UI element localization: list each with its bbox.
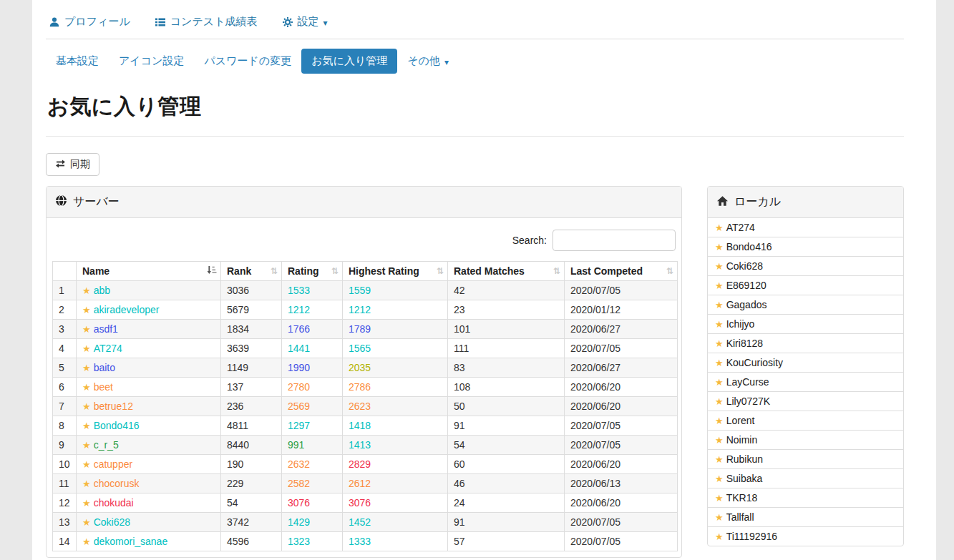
- user-link[interactable]: baito: [94, 362, 115, 373]
- tab-favorites-management[interactable]: お気に入り管理: [301, 49, 397, 74]
- user-link[interactable]: chocorusk: [94, 478, 140, 489]
- row-rated-matches: 46: [448, 474, 565, 493]
- star-icon: ★: [715, 300, 724, 310]
- row-index: 6: [53, 378, 77, 397]
- list-item[interactable]: ★Ti11192916: [708, 527, 903, 546]
- column-header-rank[interactable]: Rank ⇅: [221, 262, 282, 281]
- user-link[interactable]: chokudai: [94, 497, 134, 509]
- nav-item-settings[interactable]: 設定 ▾: [282, 15, 328, 29]
- gear-icon: [282, 16, 293, 28]
- user-link[interactable]: catupper: [94, 458, 132, 470]
- local-user-name: Ti11192916: [726, 531, 777, 542]
- row-highest-rating: 3076: [343, 493, 448, 513]
- row-index: 7: [53, 397, 77, 416]
- column-header-name[interactable]: Name: [77, 262, 221, 281]
- star-icon[interactable]: ★: [82, 343, 91, 354]
- user-link[interactable]: c_r_5: [94, 439, 119, 451]
- star-icon[interactable]: ★: [82, 382, 91, 393]
- row-rank: 4596: [221, 532, 282, 551]
- row-index: 3: [53, 320, 77, 339]
- user-link[interactable]: Bondo416: [94, 420, 140, 431]
- row-highest-rating: 1333: [343, 532, 448, 551]
- column-header-highest-rating[interactable]: Highest Rating ⇅: [343, 262, 448, 281]
- local-user-name: AT274: [726, 222, 755, 233]
- tab-basic-settings[interactable]: 基本設定: [46, 49, 109, 74]
- list-item[interactable]: ★KouCuriosity: [708, 353, 903, 373]
- table-row: 8 ★Bondo416 4811 1297 1418 91 2020/07/05: [53, 416, 678, 436]
- local-user-name: Suibaka: [726, 473, 763, 484]
- row-name-cell: ★AT274: [77, 339, 221, 358]
- tab-change-password[interactable]: パスワードの変更: [194, 49, 301, 74]
- list-item[interactable]: ★LayCurse: [708, 373, 903, 392]
- star-icon[interactable]: ★: [82, 478, 91, 489]
- star-icon[interactable]: ★: [82, 401, 91, 412]
- nav-item-contest-results[interactable]: コンテスト成績表: [155, 15, 258, 29]
- star-icon[interactable]: ★: [82, 363, 91, 373]
- row-last-competed: 2020/07/05: [565, 339, 678, 358]
- local-user-name: Lily0727K: [726, 396, 771, 407]
- list-item[interactable]: ★AT274: [708, 218, 903, 237]
- row-last-competed: 2020/07/05: [565, 416, 678, 436]
- star-icon: ★: [715, 338, 724, 349]
- star-icon[interactable]: ★: [82, 421, 91, 431]
- table-row: 7 ★betrue12 236 2569 2623 50 2020/06/20: [53, 397, 678, 416]
- star-icon[interactable]: ★: [82, 536, 91, 547]
- user-link[interactable]: asdf1: [94, 323, 118, 335]
- column-header-rating[interactable]: Rating ⇅: [282, 262, 343, 281]
- local-panel-title: ローカル: [734, 195, 781, 210]
- star-icon[interactable]: ★: [82, 440, 91, 451]
- list-item[interactable]: ★Tallfall: [708, 508, 903, 527]
- column-header-last-competed[interactable]: Last Competed ⇅: [565, 262, 678, 281]
- star-icon[interactable]: ★: [82, 517, 91, 528]
- list-item[interactable]: ★Kiri8128: [708, 334, 903, 353]
- list-item[interactable]: ★Lorent: [708, 411, 903, 431]
- list-item[interactable]: ★Lily0727K: [708, 392, 903, 411]
- user-link[interactable]: dekomori_sanae: [94, 536, 168, 547]
- local-user-name: TKR18: [726, 492, 758, 503]
- search-input[interactable]: [553, 230, 676, 251]
- row-rated-matches: 108: [448, 378, 565, 397]
- list-item[interactable]: ★Coki628: [708, 257, 903, 276]
- user-link[interactable]: AT274: [94, 343, 122, 354]
- nav-item-profile[interactable]: プロフィール: [49, 15, 130, 29]
- user-link[interactable]: betrue12: [94, 401, 133, 412]
- row-last-competed: 2020/06/20: [565, 455, 678, 474]
- sync-button[interactable]: 同期: [46, 153, 99, 176]
- list-item[interactable]: ★Gagados: [708, 295, 903, 315]
- star-icon: ★: [715, 416, 724, 426]
- page-title: お気に入り管理: [47, 92, 904, 122]
- user-link[interactable]: Coki628: [94, 516, 130, 528]
- star-icon[interactable]: ★: [82, 285, 91, 296]
- server-users-table: Name Rank ⇅ Rating: [52, 261, 678, 551]
- user-link[interactable]: abb: [94, 285, 110, 296]
- star-icon: ★: [715, 261, 724, 272]
- star-icon: ★: [715, 493, 724, 503]
- list-item[interactable]: ★Noimin: [708, 431, 903, 450]
- list-item[interactable]: ★Suibaka: [708, 469, 903, 488]
- local-user-name: Coki628: [726, 260, 763, 272]
- row-rating: 1766: [282, 320, 343, 339]
- user-link[interactable]: beet: [94, 381, 113, 393]
- row-rating: 2780: [282, 378, 343, 397]
- table-row: 9 ★c_r_5 8440 991 1413 54 2020/07/05: [53, 436, 678, 455]
- tab-icon-settings[interactable]: アイコン設定: [109, 49, 194, 74]
- row-rating: 3076: [282, 493, 343, 513]
- row-highest-rating: 1413: [343, 436, 448, 455]
- tab-others[interactable]: その他▾: [397, 49, 459, 74]
- row-index: 12: [53, 493, 77, 513]
- list-item[interactable]: ★Ichijyo: [708, 315, 903, 334]
- table-row: 2 ★akiradeveloper 5679 1212 1212 23 2020…: [53, 300, 678, 320]
- local-favorites-list: ★AT274 ★Bondo416 ★Coki628 ★E869120 ★Gaga…: [708, 218, 903, 546]
- column-header-rated-matches[interactable]: Rated Matches ⇅: [448, 262, 565, 281]
- star-icon[interactable]: ★: [82, 498, 91, 509]
- list-item[interactable]: ★Bondo416: [708, 237, 903, 257]
- list-item[interactable]: ★TKR18: [708, 488, 903, 508]
- user-link[interactable]: akiradeveloper: [94, 304, 160, 315]
- list-item[interactable]: ★Rubikun: [708, 450, 903, 469]
- star-icon[interactable]: ★: [82, 324, 91, 335]
- list-item[interactable]: ★E869120: [708, 276, 903, 295]
- star-icon[interactable]: ★: [82, 459, 91, 470]
- row-highest-rating: 1789: [343, 320, 448, 339]
- star-icon[interactable]: ★: [82, 305, 91, 315]
- row-name-cell: ★chocorusk: [77, 474, 221, 493]
